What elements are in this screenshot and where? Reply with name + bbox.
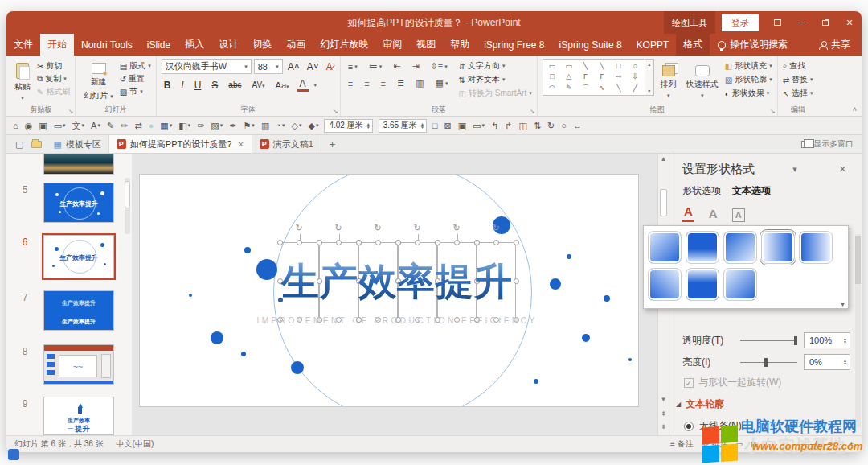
tab-text-options[interactable]: 文本选项 — [732, 184, 771, 198]
thumbnail-image-7[interactable]: 生产效率提升 生产效率提升 — [43, 290, 114, 331]
decrease-font-button[interactable]: A˅ — [305, 61, 321, 72]
paragraph-dialog-launcher[interactable]: ↘ — [530, 108, 535, 115]
increase-font-button[interactable]: A˄ — [285, 61, 302, 72]
animation-icon[interactable]: ◉ — [25, 121, 33, 131]
shape-glyph-2[interactable]: ╲ — [583, 62, 588, 70]
format-painter-button[interactable]: ✎ 格式刷 — [37, 86, 70, 97]
bucket-icon[interactable]: ◧▾ — [178, 121, 190, 131]
ribbon-tab-11[interactable]: 帮助 — [443, 34, 477, 56]
scrollbar-thumb[interactable] — [660, 189, 667, 216]
thumbnail-slide-9[interactable]: 9 ▲ 生产效率 ═ 提升 — [6, 397, 132, 435]
chart-icon[interactable]: ▥ — [261, 121, 269, 131]
slide-subtitle-text[interactable]: IMPROVEMENT OF PRODUCTION EFFICIENCY — [236, 316, 558, 325]
change-case-button[interactable]: Aa▾ — [273, 80, 292, 90]
find-button[interactable]: ⌕ 查找 — [783, 60, 813, 72]
shape-glyph-6[interactable]: □ — [550, 72, 554, 80]
increase-indent-button[interactable]: ⇥ — [409, 60, 421, 72]
tab-current-document[interactable]: P 如何提高PPT的设计质量? ✕ — [109, 135, 252, 153]
shape-glyph-17[interactable]: ╱ — [633, 84, 637, 92]
font-dialog-launcher[interactable]: ↘ — [333, 108, 338, 115]
swap-icon[interactable]: ⇄ — [134, 121, 141, 131]
notes-button[interactable]: ≡ 备注 — [670, 438, 694, 450]
align-right-button[interactable]: ≡ — [379, 78, 388, 89]
previous-slide-button[interactable]: ⇞ — [658, 410, 669, 418]
selection-handle[interactable] — [474, 240, 480, 245]
pen-icon[interactable]: ✎ — [107, 121, 114, 131]
switch-window-icon[interactable]: ▣ — [39, 121, 47, 131]
open-folder-icon[interactable] — [27, 135, 46, 153]
select-button[interactable]: ↖ 选择 ▾ — [783, 88, 813, 99]
layout-button[interactable]: ▤ 版式 ▾ — [120, 60, 151, 72]
shape-glyph-0[interactable]: ▭ — [549, 62, 556, 70]
clear-formatting-button[interactable]: A̷ — [324, 61, 335, 72]
gradient-swatch-linear-diagonal-br[interactable] — [648, 231, 682, 264]
ribbon-tab-4[interactable]: 插入 — [178, 34, 211, 56]
subscript-button[interactable]: abc — [226, 80, 244, 89]
align-center-button[interactable]: ≡ — [362, 78, 371, 89]
transparency-value-stepper[interactable]: 100% ▲▼ — [804, 332, 850, 348]
rotate-handle[interactable]: ↻ — [453, 223, 461, 233]
copy-button[interactable]: ⧉ 复制 ▾ — [37, 73, 70, 84]
gradient-swatch-linear-diagonal-tl[interactable] — [723, 268, 757, 301]
gradient-swatch-linear-up[interactable] — [686, 268, 719, 301]
shape-glyph-15[interactable]: ∿ — [599, 84, 605, 92]
text-fill-outline-icon[interactable]: A — [682, 204, 694, 222]
smartart-button[interactable]: ◫ 转换为 SmartArt ▾ — [459, 88, 532, 99]
shape-fill-button[interactable]: ◧ 形状填充 ▾ — [725, 60, 772, 72]
shape-width-stepper[interactable]: 3.65 厘米 ▲▼ — [379, 119, 427, 133]
font-size-combobox[interactable]: 88▾ — [254, 59, 283, 74]
group-icon[interactable]: ▣ — [458, 121, 466, 131]
text-direction-button[interactable]: ⇵ 文字方向 ▾ — [459, 60, 532, 72]
empty-box-icon[interactable]: □ — [432, 121, 438, 130]
character-spacing-button[interactable]: AV▾ — [249, 80, 267, 89]
close-tab-icon[interactable]: ✕ — [237, 140, 244, 149]
character-icon[interactable]: 文▾ — [72, 120, 85, 132]
ribbon-tab-6[interactable]: 切换 — [245, 34, 279, 56]
shape-glyph-7[interactable]: △ — [566, 72, 571, 80]
resize-icon[interactable]: ↔ — [573, 121, 582, 130]
thumbnail-image-6[interactable]: 生产效率提升 — [43, 235, 114, 278]
rotate-handle[interactable]: ↻ — [335, 223, 342, 233]
selection-handle[interactable] — [277, 240, 283, 245]
ribbon-tab-2[interactable]: Nordri Tools — [74, 34, 140, 56]
paste-button[interactable]: 粘贴▾ — [11, 59, 34, 105]
transparency-slider[interactable] — [740, 340, 797, 341]
decrease-indent-button[interactable]: ⇤ — [391, 60, 403, 72]
underline-button[interactable]: U — [192, 80, 204, 91]
thumbnail-slide-5[interactable]: 5 生产效率提升 — [6, 183, 132, 223]
slide-title-wordart[interactable]: 生产效率提升 — [276, 257, 518, 307]
columns-button[interactable]: ▥ — [413, 77, 426, 89]
new-document-icon[interactable]: ▢ — [11, 135, 27, 153]
numbering-button[interactable]: ≔▾ — [366, 60, 385, 72]
gradient-swatch-linear-right[interactable] — [761, 231, 795, 264]
pencil-icon[interactable]: ✏ — [121, 121, 128, 131]
font-icon[interactable]: A▾ — [91, 121, 100, 130]
ribbon-tab-12[interactable]: iSpring Free 8 — [477, 34, 551, 56]
rotate-right-icon[interactable]: ↱ — [505, 121, 512, 131]
textbox-options-icon[interactable]: A — [732, 208, 745, 222]
ribbon-tab-0[interactable]: 文件 — [6, 34, 40, 56]
shape-glyph-16[interactable]: ╲ — [616, 84, 620, 92]
ribbon-tab-7[interactable]: 动画 — [279, 34, 313, 56]
align-icon[interactable]: ◫ — [518, 121, 526, 131]
ribbon-tab-14[interactable]: KOPPT — [629, 34, 677, 56]
bullets-button[interactable]: ≡▾ — [346, 61, 360, 72]
font-family-combobox[interactable]: 汉仪尚巍手书W▾ — [162, 59, 252, 74]
redo-icon[interactable]: ↻ — [547, 121, 555, 131]
rotate-handle[interactable]: ↻ — [414, 223, 421, 233]
next-slide-button[interactable]: ⇟ — [658, 423, 669, 430]
selection-handle[interactable] — [395, 240, 401, 245]
textbox-icon[interactable]: ▭▾ — [54, 121, 66, 131]
slide-editing-surface[interactable]: ↻↻↻↻↻↻ 生产效率提升 IMPROVEMENT OF PRODUCTION … — [140, 175, 638, 406]
shape-glyph-9[interactable]: Γ — [600, 72, 604, 80]
text-effects-icon[interactable]: A — [707, 207, 719, 222]
selection-handle[interactable] — [435, 240, 440, 245]
new-tab-button[interactable]: + — [321, 135, 344, 153]
ribbon-tab-10[interactable]: 视图 — [409, 34, 443, 56]
replace-button[interactable]: ⇄ 替换 ▾ — [783, 74, 813, 85]
ink-pen-icon[interactable]: ✑ — [197, 121, 204, 131]
rotate-with-shape-checkbox[interactable]: ✓ 与形状一起旋转(W) — [684, 376, 850, 389]
brightness-value-stepper[interactable]: 0% ▲▼ — [804, 354, 850, 370]
pane-scrollbar[interactable] — [855, 234, 861, 427]
ribbon-tab-3[interactable]: iSlide — [140, 34, 178, 56]
